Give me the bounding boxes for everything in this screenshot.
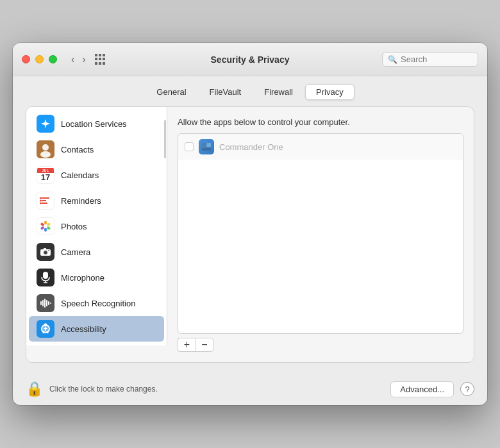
sidebar-item-label: Location Services (61, 119, 127, 129)
sidebar-item-label: Microphone (61, 273, 104, 283)
main-window: ‹ › Security & Privacy 🔍 General FileVau… (13, 43, 487, 405)
app-checkbox[interactable] (185, 142, 194, 151)
forward-button[interactable]: › (79, 53, 88, 67)
sidebar-item-label: Photos (61, 222, 87, 231)
svg-rect-40 (207, 143, 211, 147)
location-services-icon (37, 115, 54, 133)
sidebar-item-calendars[interactable]: JUL 17 Calendars (29, 162, 164, 188)
app-name: Commander One (219, 142, 283, 152)
app-icon (199, 139, 214, 154)
right-panel: Allow the apps below to control your com… (167, 107, 474, 362)
svg-point-6 (40, 197, 42, 199)
svg-point-7 (40, 200, 42, 202)
photos-icon (37, 217, 54, 235)
apps-grid-icon[interactable] (95, 54, 106, 65)
sidebar-item-accessibility[interactable]: Accessibility (29, 316, 164, 342)
svg-point-13 (44, 228, 47, 232)
back-button[interactable]: ‹ (69, 53, 77, 67)
svg-rect-28 (46, 300, 47, 306)
main-panel: Location Services Contacts (26, 106, 474, 363)
titlebar: ‹ › Security & Privacy 🔍 (13, 43, 487, 76)
sidebar-item-label: Contacts (61, 145, 94, 154)
close-button[interactable] (22, 55, 30, 63)
svg-point-2 (40, 151, 51, 158)
tab-filevault[interactable]: FileVault (199, 84, 253, 100)
contacts-icon (37, 140, 54, 158)
add-button[interactable]: + (178, 338, 196, 352)
calendar-day: 17 (41, 173, 50, 182)
apps-list: Commander One (178, 133, 463, 334)
svg-rect-29 (48, 301, 49, 305)
svg-point-16 (44, 224, 47, 228)
sidebar-item-speech-recognition[interactable]: Speech Recognition (29, 290, 164, 316)
search-icon: 🔍 (388, 55, 397, 64)
nav-buttons: ‹ › (69, 53, 88, 67)
bottom-bar: 🔒 Click the lock to make changes. Advanc… (13, 373, 487, 405)
svg-point-10 (44, 221, 47, 225)
advanced-button[interactable]: Advanced... (390, 381, 454, 397)
sidebar-item-label: Accessibility (61, 324, 106, 334)
table-row: Commander One (178, 134, 463, 160)
tabs-bar: General FileVault Firewall Privacy (13, 76, 487, 106)
microphone-icon (37, 269, 54, 286)
allow-text: Allow the apps below to control your com… (178, 117, 463, 127)
remove-button[interactable]: − (196, 338, 213, 352)
sidebar-item-camera[interactable]: Camera (29, 239, 164, 265)
tab-general[interactable]: General (146, 84, 197, 100)
accessibility-icon (37, 320, 54, 338)
reminders-icon (37, 192, 54, 210)
sidebar-item-photos[interactable]: Photos (29, 213, 164, 239)
sidebar-item-label: Speech Recognition (61, 299, 135, 308)
search-input[interactable] (401, 54, 472, 64)
sidebar-item-label: Reminders (61, 196, 101, 206)
sidebar-item-label: Calendars (61, 170, 99, 180)
svg-rect-27 (44, 299, 46, 308)
svg-rect-25 (40, 301, 42, 305)
svg-rect-22 (43, 272, 48, 279)
svg-rect-41 (202, 147, 211, 151)
svg-rect-20 (44, 248, 46, 250)
svg-rect-39 (202, 143, 206, 147)
svg-rect-21 (48, 250, 49, 251)
sidebar-item-label: Camera (61, 247, 90, 257)
traffic-lights (22, 55, 57, 63)
minimize-button[interactable] (35, 55, 44, 63)
sidebar: Location Services Contacts (26, 107, 167, 345)
window-title: Security & Privacy (211, 54, 290, 65)
scrollbar[interactable] (164, 120, 166, 158)
sidebar-item-reminders[interactable]: Reminders (29, 188, 164, 213)
svg-point-1 (42, 144, 49, 151)
svg-rect-26 (42, 300, 44, 306)
calendars-icon: JUL 17 (37, 166, 54, 184)
lock-icon[interactable]: 🔒 (26, 381, 43, 397)
list-controls: + − (178, 338, 463, 352)
tab-firewall[interactable]: Firewall (253, 84, 304, 100)
sidebar-wrapper: Location Services Contacts (26, 107, 167, 362)
sidebar-item-contacts[interactable]: Contacts (29, 137, 164, 162)
camera-icon (37, 243, 54, 261)
lock-text: Click the lock to make changes. (49, 385, 158, 394)
maximize-button[interactable] (49, 55, 57, 63)
svg-point-19 (45, 252, 47, 254)
svg-point-8 (40, 203, 42, 204)
tab-privacy[interactable]: Privacy (305, 84, 354, 100)
help-button[interactable]: ? (460, 382, 474, 396)
svg-rect-30 (50, 303, 51, 304)
search-box[interactable]: 🔍 (382, 52, 478, 67)
sidebar-item-location-services[interactable]: Location Services (29, 111, 164, 137)
bottom-right-controls: Advanced... ? (390, 381, 474, 397)
sidebar-item-microphone[interactable]: Microphone (29, 265, 164, 290)
content-area: Location Services Contacts (13, 106, 487, 373)
speech-recognition-icon (37, 294, 54, 312)
